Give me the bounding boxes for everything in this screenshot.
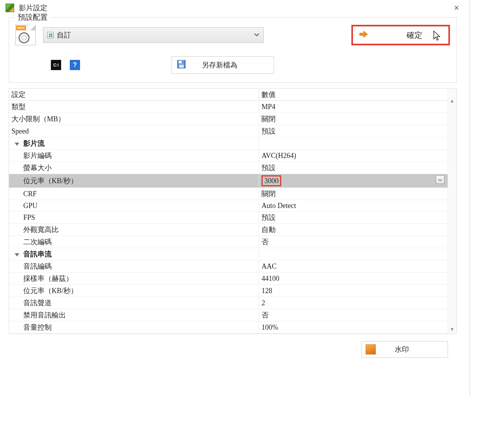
table-row[interactable]: 位元率（KB/秒）128 bbox=[9, 285, 448, 297]
table-row[interactable]: 二次編碼否 bbox=[9, 236, 448, 248]
group-row[interactable]: 音訊串流 bbox=[9, 248, 448, 260]
table-row[interactable]: 螢幕大小預設 bbox=[9, 162, 448, 174]
table-row[interactable]: 禁用音訊輸出否 bbox=[9, 309, 448, 321]
table-row[interactable]: FPS預設 bbox=[9, 212, 448, 224]
header-setting: 設定 bbox=[9, 89, 259, 101]
setting-label: 採樣率（赫茲） bbox=[9, 273, 259, 285]
table-row[interactable]: 音訊編碼AAC bbox=[9, 260, 448, 273]
confirm-button[interactable]: 確定 bbox=[351, 25, 450, 45]
command-line-icon[interactable]: C:\ bbox=[51, 60, 61, 70]
table-row[interactable]: CRF關閉 bbox=[9, 188, 448, 200]
preset-option-icon bbox=[47, 32, 54, 38]
setting-label: 二次編碼 bbox=[9, 236, 259, 248]
save-as-label: 另存新檔為 bbox=[202, 60, 237, 70]
setting-value: 2 bbox=[259, 297, 448, 309]
setting-value: 預設 bbox=[259, 125, 448, 137]
settings-table: 設定 數值 類型MP4大小限制（MB）關閉Speed預設影片流影片編碼AVC(H… bbox=[9, 88, 457, 334]
table-row[interactable]: 音量控制100% bbox=[9, 321, 448, 334]
setting-value: 關閉 bbox=[259, 113, 448, 125]
scroll-up-icon[interactable]: ▲ bbox=[448, 98, 456, 104]
setting-label: 位元率（KB/秒） bbox=[9, 285, 259, 297]
table-row[interactable]: 採樣率（赫茲）44100 bbox=[9, 273, 448, 285]
app-icon bbox=[6, 4, 14, 12]
close-icon[interactable]: × bbox=[452, 4, 461, 12]
setting-value: 否 bbox=[259, 236, 448, 248]
chevron-down-icon bbox=[254, 31, 259, 39]
table-row[interactable]: 類型MP4 bbox=[9, 101, 448, 113]
watermark-icon bbox=[366, 344, 376, 355]
setting-label: 音量控制 bbox=[9, 321, 259, 334]
preset-group: 預設配置 MP4 自訂 確定 bbox=[9, 17, 457, 83]
table-row[interactable]: 音訊聲道2 bbox=[9, 297, 448, 309]
save-as-button[interactable]: 另存新檔為 bbox=[172, 56, 274, 74]
format-mp4-icon: MP4 bbox=[15, 25, 36, 45]
preset-select[interactable]: 自訂 bbox=[43, 27, 264, 43]
setting-label: 外觀寬高比 bbox=[9, 224, 259, 236]
setting-value: 關閉 bbox=[259, 188, 448, 200]
setting-value: 44100 bbox=[259, 273, 448, 285]
collapse-icon bbox=[15, 143, 19, 146]
setting-label: FPS bbox=[9, 212, 259, 224]
table-row[interactable]: GPUAuto Detect bbox=[9, 200, 448, 212]
setting-value: AAC bbox=[259, 260, 448, 273]
table-header-row: 設定 數值 bbox=[9, 89, 448, 101]
setting-label: 禁用音訊輸出 bbox=[9, 309, 259, 321]
floppy-disk-icon bbox=[177, 59, 186, 71]
setting-label: 影片編碼 bbox=[9, 150, 259, 162]
setting-label: Speed bbox=[9, 125, 259, 137]
scroll-down-icon[interactable]: ▼ bbox=[448, 327, 456, 332]
watermark-label: 水印 bbox=[395, 345, 409, 354]
table-row[interactable]: Speed預設 bbox=[9, 125, 448, 137]
setting-value: 預設 bbox=[259, 212, 448, 224]
setting-label: GPU bbox=[9, 200, 259, 212]
window-title: 影片設定 bbox=[19, 3, 452, 13]
setting-label: 大小限制（MB） bbox=[9, 113, 259, 125]
setting-label: 音訊聲道 bbox=[9, 297, 259, 309]
window-right-edge bbox=[469, 0, 470, 395]
preset-legend: 預設配置 bbox=[15, 12, 50, 22]
setting-value: Auto Detect bbox=[259, 200, 448, 212]
setting-value: 預設 bbox=[259, 162, 448, 174]
table-row[interactable]: 影片編碼AVC(H264) bbox=[9, 150, 448, 162]
scrollbar[interactable]: ▲ ▼ bbox=[448, 89, 456, 334]
setting-value: AVC(H264) bbox=[259, 150, 448, 162]
setting-label: CRF bbox=[9, 188, 259, 200]
group-row[interactable]: 影片流 bbox=[9, 137, 448, 150]
setting-label: 螢幕大小 bbox=[9, 162, 259, 174]
header-value: 數值 bbox=[259, 89, 448, 101]
svg-rect-3 bbox=[182, 61, 183, 63]
setting-label: 類型 bbox=[9, 101, 259, 113]
collapse-icon bbox=[15, 253, 19, 256]
setting-value[interactable]: 3000 bbox=[259, 174, 448, 188]
setting-value: 否 bbox=[259, 309, 448, 321]
watermark-button[interactable]: 水印 bbox=[361, 341, 448, 358]
table-row[interactable]: 大小限制（MB）關閉 bbox=[9, 113, 448, 125]
setting-label: 音訊編碼 bbox=[9, 260, 259, 273]
value-dropdown-icon[interactable] bbox=[436, 175, 444, 184]
cursor-icon bbox=[433, 30, 441, 43]
setting-value: 100% bbox=[259, 321, 448, 334]
setting-value: 128 bbox=[259, 285, 448, 297]
preset-select-value: 自訂 bbox=[57, 30, 71, 40]
setting-value: MP4 bbox=[259, 101, 448, 113]
titlebar: 影片設定 × bbox=[0, 0, 465, 15]
svg-rect-2 bbox=[179, 65, 184, 68]
table-row[interactable]: 位元率（KB/秒）3000 bbox=[9, 174, 448, 188]
setting-label: 位元率（KB/秒） bbox=[9, 174, 259, 188]
table-row[interactable]: 外觀寬高比自動 bbox=[9, 224, 448, 236]
help-icon[interactable]: ? bbox=[70, 60, 80, 70]
setting-value: 自動 bbox=[259, 224, 448, 236]
arrow-right-icon bbox=[358, 29, 369, 41]
